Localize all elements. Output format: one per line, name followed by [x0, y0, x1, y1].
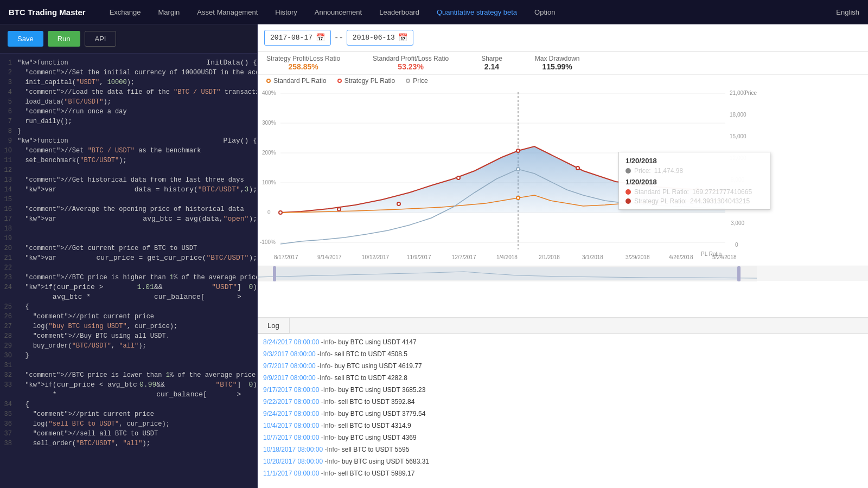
code-line: 33 "kw">if(cur_price < avg_btc * 0.99 &&… [0, 380, 257, 400]
code-line: 32 "comment">//BTC price is lower than 1… [0, 370, 257, 380]
svg-text:10/12/2017: 10/12/2017 [362, 254, 389, 260]
log-entry: 10/18/2017 08:00:00 -Info- sell BTC to U… [258, 444, 868, 455]
code-line: 16 "comment">//Average the opening price… [0, 204, 257, 214]
language-selector[interactable]: English [836, 8, 859, 16]
legend-strategy-dot [337, 79, 342, 83]
code-line: 17 "kw">var avg_btc = avg(data, "open"); [0, 214, 257, 224]
nav-item-exchange[interactable]: Exchange [101, 0, 150, 24]
code-line: 4 "comment">//Load the data file of the … [0, 87, 257, 97]
code-line: 34 { [0, 400, 257, 409]
code-line: 24 "kw">if(cur_price > avg_btc * 1.01 &&… [0, 282, 257, 302]
start-date-input[interactable]: 2017-08-17 📅 [264, 30, 331, 46]
date-separator: -- [334, 34, 343, 42]
strategy-pl-value: 258.85% [266, 62, 340, 71]
log-entry: 8/24/2017 08:00:00 -Info- buy BTC using … [258, 336, 868, 348]
chart-scrollbar[interactable] [258, 266, 868, 281]
log-entry: 9/7/2017 08:00:00 -Info- buy BTC using U… [258, 360, 868, 372]
tooltip-standard-label: Standard PL Ratio: [634, 188, 689, 196]
svg-text:300%: 300% [262, 120, 276, 126]
tooltip-strategy-value: 244.3931304043215 [690, 197, 750, 205]
stats-row: Strategy Profit/Loss Ratio 258.85% Stand… [258, 52, 868, 75]
svg-text:2/1/2018: 2/1/2018 [539, 254, 560, 260]
chart-container[interactable]: 400% 300% 200% 100% 0 -100% 21,000 18,00… [258, 87, 868, 281]
code-line: 38 sell_order("BTC/USDT", "all"); [0, 439, 257, 448]
log-content: 8/24/2017 08:00:00 -Info- buy BTC using … [258, 334, 868, 488]
svg-text:400%: 400% [262, 90, 276, 96]
svg-rect-48 [737, 266, 741, 281]
tooltip-standard-dot [626, 189, 631, 195]
max-dd-label: Max Drawdown [535, 55, 580, 62]
svg-text:4/26/2018: 4/26/2018 [669, 254, 693, 260]
api-button[interactable]: API [85, 31, 117, 47]
right-panel: 2017-08-17 📅 -- 2018-06-13 📅 Strategy Pr… [258, 24, 868, 488]
code-line: 9"kw">function Play() { [0, 136, 257, 146]
log-tab[interactable]: Log [258, 318, 290, 333]
nav-item-asset[interactable]: Asset Management [188, 0, 266, 24]
log-entry: 10/20/2017 08:00:00 -Info- buy BTC using… [258, 455, 868, 467]
svg-point-24 [397, 202, 400, 206]
svg-point-22 [279, 211, 282, 214]
svg-text:Price: Price [744, 90, 757, 96]
code-line: 28 "comment">//Buy BTC using all USDT. [0, 331, 257, 341]
code-line: 5 load_data("BTC/USDT"); [0, 97, 257, 107]
log-entry: 11/1/2017 08:00:00 -Info- sell BTC to US… [258, 467, 868, 479]
log-entry: 10/7/2017 08:00:00 -Info- buy BTC using … [258, 432, 868, 444]
end-date-input[interactable]: 2018-06-13 📅 [347, 30, 413, 46]
svg-point-27 [576, 166, 579, 170]
legend-price-label: Price [413, 77, 427, 85]
nav-item-quant[interactable]: Quantitative strategy beta [428, 0, 526, 24]
save-button[interactable]: Save [8, 31, 43, 47]
strategy-pl-stat: Strategy Profit/Loss Ratio 258.85% [266, 55, 340, 71]
code-line: 6 "comment">//run once a day [0, 107, 257, 117]
svg-text:3/1/2018: 3/1/2018 [582, 254, 603, 260]
code-line: 35 "comment">//print current price [0, 409, 257, 419]
start-date-value: 2017-08-17 [270, 34, 312, 42]
code-line: 8} [0, 126, 257, 136]
log-area: Log 8/24/2017 08:00:00 -Info- buy BTC us… [258, 317, 868, 488]
tooltip-price-row: Price: 11,474.98 [626, 167, 763, 175]
code-line: 10 "comment">//Set "BTC / USDT" as the b… [0, 146, 257, 156]
tooltip-strategy-label: Strategy PL Ratio: [634, 197, 687, 205]
code-line: 12 [0, 165, 257, 175]
code-editor[interactable]: 1"kw">function InitData() {2 "comment">/… [0, 54, 257, 488]
svg-text:200%: 200% [262, 150, 276, 156]
nav-item-leaderboard[interactable]: Leaderboard [371, 0, 428, 24]
code-line: 13 "comment">//Get historical data from … [0, 175, 257, 185]
log-entry: 9/9/2017 08:00:00 -Info- sell BTC to USD… [258, 372, 868, 384]
legend-standard-dot [266, 79, 271, 83]
code-line: 18 [0, 224, 257, 234]
legend-price: Price [406, 77, 427, 85]
sharpe-stat: Sharpe 2.14 [481, 55, 502, 71]
svg-text:1/4/2018: 1/4/2018 [496, 254, 518, 260]
svg-text:PL Ratio: PL Ratio [701, 251, 722, 257]
svg-rect-46 [274, 267, 741, 280]
nav-item-history[interactable]: History [266, 0, 305, 24]
run-button[interactable]: Run [48, 31, 80, 47]
log-entry: 9/3/2017 08:00:00 -Info- sell BTC to USD… [258, 348, 868, 360]
code-line: 30 } [0, 351, 257, 361]
start-calendar-icon[interactable]: 📅 [316, 33, 325, 42]
code-line: 37 "comment">//sell all BTC to USDT [0, 429, 257, 439]
code-line: 36 log("sell BTC to USDT", cur_price); [0, 419, 257, 429]
code-line: 23 "comment">//BTC price is higher than … [0, 273, 257, 282]
log-entry: 9/17/2017 08:00:00 -Info- buy BTC using … [258, 384, 868, 396]
standard-pl-value: 53.23% [373, 62, 449, 71]
code-line: 27 log("buy BTC using USDT", cur_price); [0, 322, 257, 331]
end-calendar-icon[interactable]: 📅 [398, 33, 407, 42]
nav-item-announcement[interactable]: Announcement [306, 0, 371, 24]
tooltip-date2: 1/20/2018 [626, 178, 763, 186]
log-entry: 10/4/2017 08:00:00 -Info- sell BTC to US… [258, 420, 868, 432]
svg-text:0: 0 [267, 209, 271, 215]
tooltip-strategy-dot [626, 198, 631, 204]
svg-point-23 [337, 208, 341, 211]
nav-item-margin[interactable]: Margin [150, 0, 189, 24]
nav-item-option[interactable]: Option [526, 0, 564, 24]
navbar: BTC Trading Master Exchange Margin Asset… [0, 0, 868, 24]
svg-point-25 [457, 176, 460, 179]
nav-menu: Exchange Margin Asset Management History… [101, 0, 837, 24]
svg-text:3,000: 3,000 [731, 220, 744, 226]
code-line: 31 [0, 361, 257, 370]
standard-pl-label: Standard Profit/Loss Ratio [373, 55, 449, 62]
code-line: 7 run_daily(); [0, 117, 257, 126]
log-entry: 9/24/2017 08:00:00 -Info- buy BTC using … [258, 408, 868, 420]
